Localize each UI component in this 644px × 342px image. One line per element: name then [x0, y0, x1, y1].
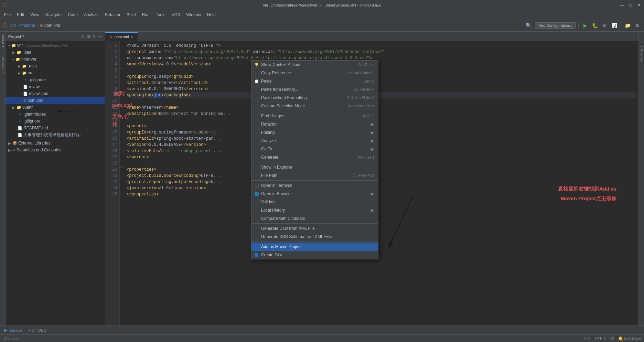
ctx-validate[interactable]: Validate [251, 198, 378, 206]
bottom-tab-terminal[interactable]: ▶ Terminal [1, 327, 25, 333]
more-tools-button[interactable]: ⚙ [633, 21, 641, 30]
menu-vcs[interactable]: VCS [169, 12, 183, 18]
breadcrumb-folder[interactable]: hrserver [20, 23, 35, 28]
project-settings-icon[interactable]: ⚙ [92, 34, 96, 39]
ctx-refactor[interactable]: Refactor ▶ [251, 120, 378, 128]
menu-refactor[interactable]: Refactor [102, 12, 123, 18]
breadcrumb-root[interactable]: vhr [10, 23, 16, 28]
code-area[interactable]: <?xml version="1.0" encoding="UTF-8"?> <… [124, 41, 638, 326]
code-line-16: <artifactId>spring-boot-starter-par... [127, 136, 636, 142]
line-16: 16 [107, 136, 117, 142]
menu-run[interactable]: Run [139, 12, 152, 18]
toolbar-sep2 [621, 22, 621, 29]
fold-indicator-21[interactable]: ▾ [120, 165, 122, 169]
ctx-generate[interactable]: Generate... Alt+Insert [251, 153, 378, 161]
ctx-add-maven-project[interactable]: Add as Maven Project [251, 243, 378, 251]
ctx-paste[interactable]: 📋 Paste Ctrl+V [251, 77, 378, 85]
tree-item-pom-xml[interactable]: ⚙ pom.xml [6, 97, 105, 104]
ctx-generate-dtd[interactable]: Generate DTD from XML File [251, 224, 378, 233]
tree-item-external-libraries[interactable]: ▶ 📦 External Libraries [6, 140, 105, 147]
ctx-open-terminal[interactable]: ⬛ Open in Terminal [251, 181, 378, 190]
tree-item-mvnw-cmd[interactable]: 📄 mvnw.cmd [6, 90, 105, 97]
tree-root-vhr[interactable]: ▾ 📁 vhr C:\Users\cj\IdeaProjects\vhr [6, 42, 105, 49]
ctx-open-browser[interactable]: 🌐 Open in Browser ▶ [251, 190, 378, 198]
ctx-generate-xsd[interactable]: Generate XSD Schema from XML File... [251, 233, 378, 241]
code-line-23: <project.reporting.outputEncoding>U... [127, 179, 636, 185]
fold-indicator-14[interactable]: ▾ [120, 66, 122, 70]
tab-close-icon[interactable]: ✕ [131, 35, 133, 39]
profile-button[interactable]: 📊 [610, 21, 618, 30]
close-button[interactable]: ✕ [636, 3, 641, 8]
tree-item-gitignore-hrserver[interactable]: 🔹 .gitignore [6, 76, 105, 83]
ctx-goto[interactable]: Go To ▶ [251, 145, 378, 153]
ctx-file-path-shortcut: Ctrl+Alt+F12 [353, 173, 374, 178]
menu-build[interactable]: Build [124, 12, 139, 18]
status-vcs[interactable]: ⎇ master [3, 336, 20, 341]
status-event-log[interactable]: 🔔 Event Log [618, 336, 641, 341]
callout-text-1: 直接鼠标右键找到Add as [558, 186, 616, 192]
favorites-tab[interactable]: 2: Favorites [640, 45, 643, 62]
ctx-copy-reference-label: Copy Reference [261, 71, 291, 75]
ctx-local-history[interactable]: Local History ▶ [251, 206, 378, 214]
ctx-paste-no-format[interactable]: Paste without Formatting Ctrl+Alt+Shift+… [251, 94, 378, 102]
menu-file[interactable]: File [1, 12, 13, 18]
ctx-paste-history[interactable]: Paste from History... Ctrl+Shift+V [251, 85, 378, 94]
tree-item-scratches[interactable]: ▶ ✏ Scratches and Consoles [6, 147, 105, 153]
menu-window[interactable]: Window [183, 12, 204, 18]
debug-button[interactable]: 🐛 [591, 21, 599, 30]
menu-view[interactable]: View [28, 12, 42, 18]
project-locate-icon[interactable]: ⊙ [81, 34, 85, 39]
tree-label-mvnw: mvnw [29, 84, 40, 89]
ctx-column-selection[interactable]: Column Selection Mode Alt+Shift+Insert [251, 102, 378, 110]
ctx-terminal-icon: ⬛ [254, 183, 259, 188]
tree-item-gitignore-root[interactable]: 🔹 .gitignore [6, 118, 105, 125]
line-18: 18 [107, 148, 117, 154]
menu-edit[interactable]: Edit [14, 12, 27, 18]
tree-item-readme[interactable]: 📄 README.md [6, 125, 105, 131]
code-line-19: </parent> [127, 154, 636, 160]
folder-icon-vhr: 📁 [11, 43, 16, 48]
toolbar-separator [578, 22, 579, 29]
ctx-show-in-explorer[interactable]: Show in Explorer [251, 163, 378, 171]
ctx-folding[interactable]: Folding ▶ [251, 128, 378, 137]
project-tab-label[interactable]: 1: Project [0, 33, 5, 49]
tree-label-idea: .idea [22, 50, 31, 55]
bottom-tabs-panel: ▶ Terminal ≡ 6: TODO [0, 325, 644, 334]
tree-item-mvnw[interactable]: 📄 mvnw [6, 83, 105, 90]
menu-help[interactable]: Help [204, 12, 218, 18]
project-expand-icon[interactable]: ⊞ [87, 34, 90, 39]
event-log-label: Event Log [624, 336, 641, 340]
menu-analyze[interactable]: Analyze [81, 12, 101, 18]
ctx-file-path[interactable]: File Path Ctrl+Alt+F12 [251, 171, 378, 180]
project-minimize-icon[interactable]: — [98, 34, 102, 39]
ctx-find-usages[interactable]: Find Usages Alt+F7 [251, 112, 378, 120]
project-dropdown-icon[interactable]: ▾ [22, 34, 24, 39]
add-configuration-button[interactable]: Add Configuration... [535, 22, 576, 29]
ctx-find-usages-shortcut: Alt+F7 [363, 114, 374, 118]
ctx-analyze[interactable]: Analyze ▶ [251, 137, 378, 145]
run-button[interactable]: ▶ [581, 21, 589, 30]
editor-tab-pom-xml[interactable]: ⚙ pom.xml ✕ [105, 32, 138, 41]
run-config-button[interactable]: ⟳ [600, 21, 609, 30]
menu-code[interactable]: Code [65, 12, 80, 18]
menu-navigate[interactable]: Navigate [43, 12, 64, 18]
menu-tools[interactable]: Tools [153, 12, 168, 18]
tree-item-mvn[interactable]: ▶ 📁 .mvn [6, 63, 105, 70]
maximize-button[interactable]: □ [628, 3, 633, 8]
ctx-copy-reference[interactable]: Copy Reference Ctrl+Alt+Shift+C [251, 69, 378, 77]
version-control-button[interactable]: 📁 [623, 21, 632, 30]
minimize-button[interactable]: — [620, 3, 625, 8]
search-everywhere-icon[interactable]: 🔍 [526, 23, 532, 28]
tree-item-idea[interactable]: ▶ 📁 .idea [6, 49, 105, 56]
structure-tab-label[interactable]: 7: Structure [0, 56, 5, 75]
ctx-compare-clipboard[interactable]: Compare with Clipboard [251, 214, 378, 223]
ctx-show-context-actions[interactable]: 💡 Show Context Actions Alt+Enter [251, 61, 378, 69]
ctx-create-gist[interactable]: 🔵 Create Gist... [251, 251, 378, 259]
bottom-tab-todo[interactable]: ≡ 6: TODO [26, 328, 50, 333]
folder-icon-src: 📁 [22, 71, 27, 75]
tree-item-requirements[interactable]: 📄 人事管理系统需求规格说明书.p [6, 131, 105, 138]
tree-label-hrserver: hrserver [21, 57, 36, 62]
ctx-column-selection-label: Column Selection Mode [261, 104, 305, 108]
tree-item-src[interactable]: ▶ 📁 src [6, 70, 105, 76]
tree-item-hrserver[interactable]: ▾ 📁 hrserver [6, 56, 105, 63]
